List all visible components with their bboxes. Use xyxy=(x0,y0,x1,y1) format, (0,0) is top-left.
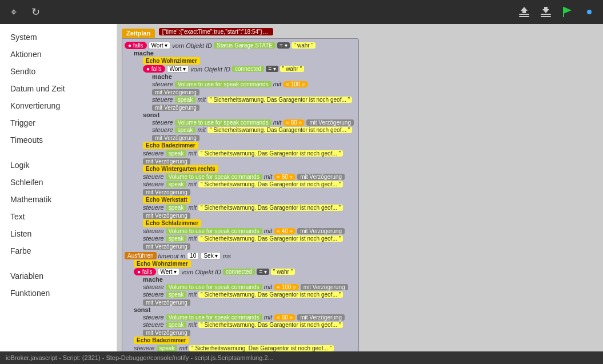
kw-mit-sz: mit xyxy=(264,227,273,234)
svg-rect-0 xyxy=(519,14,529,15)
str-security-sonst-1: " Sicherheitswarnung. Das Garagentor ist… xyxy=(207,127,352,133)
obj-connected-1: connected xyxy=(232,66,264,72)
row-mache-inner-1: mache xyxy=(152,73,356,80)
obj-speak-bad-2: speak xyxy=(157,345,178,351)
obj-volume-sonst-2: Volume to use for speak commands xyxy=(166,314,262,321)
row-steuere-speak-sonst-1: steuere speak mit " Sicherheitswarnung. … xyxy=(152,126,356,141)
kw-steuere-bad: steuere xyxy=(143,150,164,157)
kw-mit-speak-2: mit xyxy=(188,291,197,298)
sidebar-item-trigger[interactable]: Trigger xyxy=(0,114,117,131)
row-echo-werkstatt: Echo Werkstatt xyxy=(143,196,356,203)
sidebar-item-mathematik[interactable]: Mathematik xyxy=(0,191,117,208)
delay-speak-sz: mit Verzögerung xyxy=(143,243,190,250)
row-steuere-speak-sonst-2: steuere speak mit " Sicherheitswarnung. … xyxy=(143,321,356,336)
kw-steuere-wg: steuere xyxy=(143,173,164,180)
num-100-2: « 100 » xyxy=(274,284,298,290)
sidebar-item-aktionen[interactable]: Aktionen xyxy=(0,46,117,63)
echo-schlafzimmer-label: Echo Schlafzimmer xyxy=(143,219,201,227)
obj-volume-sonst-1: Volume to use for speak commands xyxy=(175,119,271,126)
num-40-1: « 40 » xyxy=(274,228,295,234)
obj-speak-wg: speak xyxy=(166,181,187,187)
sidebar-item-farbe[interactable]: Farbe xyxy=(0,242,117,259)
echo-wohnzimmer-label-2: Echo Wohnzimmer xyxy=(134,260,191,267)
kw-steuere-1: steuere xyxy=(152,81,173,87)
str-security-bad-2: " Sicherheitswarnung. Das Garagentor ist… xyxy=(189,345,334,351)
refresh-icon[interactable]: ↻ xyxy=(27,4,43,20)
sidebar-item-variablen[interactable]: Variablen xyxy=(0,267,117,285)
sidebar-item-konvertierung[interactable]: Konvertierung xyxy=(0,97,117,114)
kw-speak-sz: steuere xyxy=(143,235,164,242)
obj-volume-1: Volume to use for speak commands xyxy=(175,81,271,87)
sidebar-item-funktionen[interactable]: Funktionen xyxy=(0,285,117,302)
main-block: Zeitplan ["time":{"exactTime":true,"star… xyxy=(122,27,359,351)
str-wahr-3: " wahr " xyxy=(271,269,295,275)
zeitplan-header: Zeitplan xyxy=(122,29,155,38)
obj-volume-sz: Volume to use for speak commands xyxy=(166,228,262,234)
str-wahr-2: " wahr " xyxy=(280,66,304,72)
svg-rect-4 xyxy=(541,16,551,17)
obj-speak-sonst-2: speak xyxy=(166,322,187,328)
kw-steuere-sz: steuere xyxy=(143,227,164,234)
cron-text: ["time":{"exactTime":true,"start":"18:54… xyxy=(159,28,273,35)
target-icon[interactable]: ⌖ xyxy=(6,4,22,20)
str-security-sz: " Sicherheitswarnung. Das Garagentor ist… xyxy=(198,235,343,242)
sidebar-item-listen[interactable]: Listen xyxy=(0,225,117,242)
obj-volume-2: Volume to use for speak commands xyxy=(166,284,262,290)
sidebar-item-sendto[interactable]: Sendto xyxy=(0,63,117,80)
sidebar: System Aktionen Sendto Datum und Zeit Ko… xyxy=(0,24,117,351)
canvas[interactable]: Zeitplan ["time":{"exactTime":true,"star… xyxy=(117,24,603,351)
kw-mit-speak-wg: mit xyxy=(188,181,197,187)
sidebar-item-text[interactable]: Text xyxy=(0,208,117,225)
row-steuere-speak-sz: steuere speak mit " Sicherheitswarnung. … xyxy=(143,235,356,250)
row-mache-1: mache xyxy=(134,50,356,57)
sidebar-item-schleifen[interactable]: Schleifen xyxy=(0,174,117,191)
toolbar-right xyxy=(516,4,597,20)
sidebar-divider-1 xyxy=(0,149,117,157)
flag-icon[interactable] xyxy=(560,4,576,20)
pill-false-1: ● falls xyxy=(125,42,147,49)
statusbar: ioBroker.javascript - Script: (2321) - S… xyxy=(0,351,603,364)
val-wort: Wort ▾ xyxy=(149,42,171,49)
echo-badezimmer-label: Echo Badezimmer xyxy=(143,142,198,149)
svg-point-7 xyxy=(587,10,592,14)
row-steuere-speak-bad-2: steuere speak mit " Sicherheitswarnung. … xyxy=(134,345,356,351)
echo-werkstatt-label: Echo Werkstatt xyxy=(143,196,190,203)
export-icon[interactable] xyxy=(516,4,532,20)
row-falls-1: ● falls Wort ▾ vom Objekt ID Status Gara… xyxy=(125,42,356,49)
delay-4: mit Verzögerung xyxy=(152,135,199,141)
pill-false-inner-1: ● falls xyxy=(143,65,165,73)
delay-5: mit Verzögerung xyxy=(301,284,348,290)
kw-mache-inner-2: mache xyxy=(143,276,163,283)
val-sek: Sek ▾ xyxy=(201,252,221,259)
sidebar-item-datum-und-zeit[interactable]: Datum und Zeit xyxy=(0,80,117,97)
row-steuere-speak-2: steuere speak mit " Sicherheitswarnung. … xyxy=(143,291,356,306)
row-sonst-1: sonst xyxy=(143,111,356,118)
kw-mit-speak-sonst-2: mit xyxy=(188,321,197,328)
str-security-2: " Sicherheitswarnung. Das Garagentor ist… xyxy=(198,291,343,298)
obj-connected-2: connected xyxy=(223,269,255,275)
row-echo-schlafzimmer: Echo Schlafzimmer xyxy=(143,219,356,227)
settings-icon[interactable] xyxy=(581,4,597,20)
row-inner-falls-2: ● falls Wert ▾ vom Objekt ID connected =… xyxy=(134,268,356,275)
svg-rect-3 xyxy=(541,14,551,15)
kw-steuere-ws: steuere xyxy=(143,204,164,211)
sidebar-item-timeouts[interactable]: Timeouts xyxy=(0,131,117,149)
kw-steuere-sonst-2: steuere xyxy=(143,314,164,321)
str-security-sonst-2: " Sicherheitswarnung. Das Garagentor ist… xyxy=(198,322,343,328)
delay-sz: mit Verzögerung xyxy=(297,228,345,234)
kw-vom: vom Objekt ID xyxy=(172,42,212,49)
row-steuere-volume-wg: steuere Volume to use for speak commands… xyxy=(143,173,356,180)
str-security-wg: " Sicherheitswarnung. Das Garagentor ist… xyxy=(198,181,343,187)
obj-garage-state: Status Garage.STATE xyxy=(214,42,275,49)
kw-speak-sonst-2: steuere xyxy=(143,321,164,328)
echo-badezimmer-label-2: Echo Badezimmer xyxy=(134,337,189,344)
delay-8: mit Verzögerung xyxy=(143,330,190,336)
row-steuere-volume-sonst-2: steuere Volume to use for speak commands… xyxy=(143,314,356,321)
sidebar-item-system[interactable]: System xyxy=(0,29,117,46)
kw-mit-speak-sz: mit xyxy=(188,235,197,242)
import-icon[interactable] xyxy=(538,4,554,20)
sidebar-item-logik[interactable]: Logik xyxy=(0,157,117,174)
str-wahr-1: " wahr " xyxy=(291,42,316,49)
row-mache-inner-2: mache xyxy=(143,276,356,283)
row-steuere-speak-ws: steuere speak mit " Sicherheitswarnung. … xyxy=(143,204,356,219)
